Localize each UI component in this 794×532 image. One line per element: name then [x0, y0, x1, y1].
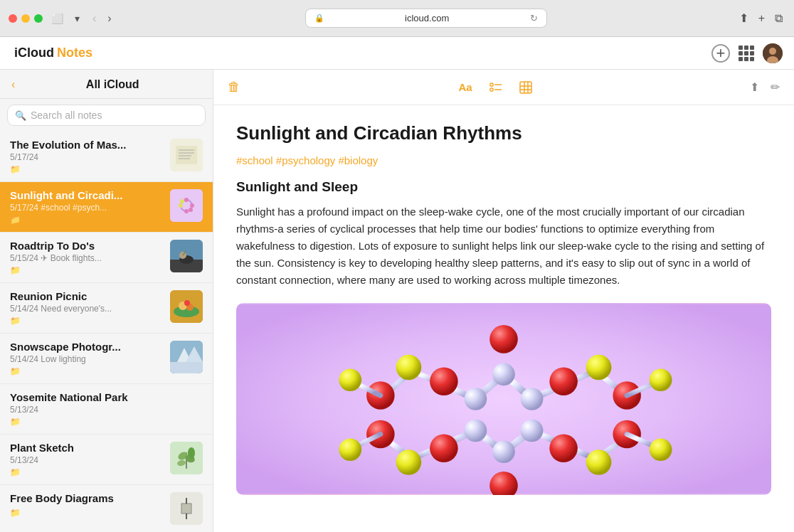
back-button[interactable]: ‹ [88, 9, 100, 28]
svg-point-75 [521, 420, 544, 442]
svg-rect-38 [181, 504, 191, 514]
note-item-freebody[interactable]: Free Body Diagrams 📁 [0, 485, 213, 532]
note-item-roadtrip[interactable]: Roadtrip To Do's 5/15/24 ✈ Book flights.… [0, 233, 213, 283]
share-note-button[interactable]: ⬆ [747, 78, 762, 97]
svg-point-84 [396, 449, 422, 475]
svg-point-14 [190, 203, 194, 208]
note-item-picnic[interactable]: Reunion Picnic 5/14/24 Need everyone's..… [0, 283, 213, 334]
app-logo: iCloud Notes [11, 46, 92, 60]
search-input[interactable] [31, 110, 198, 121]
add-note-button[interactable]: + [711, 44, 730, 63]
avatar[interactable] [763, 43, 783, 63]
grid-icon [739, 46, 754, 61]
note-image [236, 303, 771, 495]
svg-rect-45 [520, 82, 531, 93]
toolbar-left: 🗑 [225, 77, 243, 97]
svg-point-36 [188, 447, 195, 459]
toolbar-right: ⬆ ✏ [747, 78, 783, 97]
browser-nav: ‹ › [88, 9, 116, 28]
sidebar-toggle-button[interactable]: ⬜ [48, 10, 66, 27]
note-body: Sunlight has a profound impact on the sl… [236, 203, 771, 289]
svg-rect-4 [176, 146, 197, 164]
note-thumbnail [170, 492, 203, 525]
note-title: Yosemite National Park [10, 391, 203, 403]
new-tab-button[interactable]: + [756, 9, 768, 28]
forward-button[interactable]: › [103, 9, 115, 28]
svg-rect-28 [170, 362, 203, 373]
note-subheading: Sunlight and Sleep [236, 179, 771, 195]
note-item-sunlight[interactable]: Sunlight and Circadi... 5/17/24 #school … [0, 182, 213, 233]
address-bar-wrap: 🔒 icloud.com ↻ [122, 9, 731, 28]
svg-point-97 [650, 369, 672, 392]
note-title: Free Body Diagrams [10, 492, 163, 504]
share-browser-button[interactable]: ⬆ [736, 9, 751, 28]
svg-rect-9 [170, 189, 203, 222]
note-title: Snowscape Photogr... [10, 341, 163, 353]
folder-icon: 📁 [10, 265, 163, 275]
svg-point-74 [465, 420, 487, 442]
edit-note-button[interactable]: ✏ [768, 78, 783, 97]
svg-point-79 [430, 435, 458, 463]
svg-rect-41 [490, 83, 493, 86]
note-meta: 5/14/24 Need everyone's... [10, 304, 163, 314]
svg-point-72 [465, 388, 487, 410]
note-info: Plant Sketch 5/13/24 📁 [10, 442, 163, 477]
search-bar: 🔍 [0, 99, 213, 132]
app-layout: iCloud Notes + [0, 37, 794, 532]
traffic-lights [9, 14, 43, 23]
svg-point-80 [549, 368, 578, 396]
note-title: Sunlight and Circadi... [10, 189, 163, 201]
folder-icon: 📁 [10, 316, 163, 326]
sidebar-header: ‹ All iCloud [0, 70, 213, 99]
svg-point-76 [492, 441, 515, 464]
minimize-button[interactable] [21, 14, 30, 23]
url-text: icloud.com [329, 13, 526, 23]
maximize-button[interactable] [34, 14, 43, 23]
note-info: Yosemite National Park 5/13/24 📁 [10, 391, 203, 427]
note-info: Roadtrip To Do's 5/15/24 ✈ Book flights.… [10, 240, 163, 275]
svg-point-1 [769, 48, 776, 55]
lock-icon: 🔒 [314, 14, 324, 23]
svg-point-13 [179, 203, 183, 208]
checklist-button[interactable] [487, 78, 505, 97]
note-item-evolution[interactable]: The Evolution of Mas... 5/17/24 📁 [0, 132, 213, 182]
folder-icon: 📁 [10, 417, 203, 427]
svg-point-15 [180, 199, 184, 203]
note-meta: 5/13/24 [10, 455, 163, 465]
svg-point-94 [339, 439, 361, 462]
svg-point-26 [184, 300, 190, 306]
refresh-icon[interactable]: ↻ [530, 13, 538, 23]
molecule-illustration [236, 303, 771, 495]
note-item-plant[interactable]: Plant Sketch 5/13/24 📁 [0, 435, 213, 485]
back-button[interactable]: ‹ [10, 77, 16, 92]
toolbar-center: Aa [243, 78, 747, 97]
note-info: Snowscape Photogr... 5/14/24 Low lightin… [10, 341, 163, 376]
grid-menu-button[interactable] [739, 46, 754, 61]
sidebar-chevron-button[interactable]: ▾ [72, 10, 83, 27]
note-info: The Evolution of Mas... 5/17/24 📁 [10, 139, 163, 174]
note-meta: 5/17/24 #school #psych... [10, 203, 163, 213]
note-thumbnail [170, 139, 203, 171]
note-item-yosemite[interactable]: Yosemite National Park 5/13/24 📁 [0, 384, 213, 435]
close-button[interactable] [9, 14, 17, 23]
note-thumbnail [170, 341, 203, 373]
address-bar[interactable]: 🔒 icloud.com ↻ [305, 9, 547, 28]
svg-rect-43 [490, 88, 493, 91]
svg-point-98 [650, 439, 672, 462]
note-item-snowscape[interactable]: Snowscape Photogr... 5/14/24 Low lightin… [0, 334, 213, 384]
format-text-button[interactable]: Aa [455, 78, 475, 97]
sidebar: ‹ All iCloud 🔍 The Evolution of Mas... 5… [0, 70, 213, 532]
note-heading: Sunlight and Circadian Rhythms [236, 122, 771, 144]
notes-text: Notes [57, 46, 92, 60]
search-input-wrap[interactable]: 🔍 [7, 105, 206, 126]
table-button[interactable] [517, 78, 535, 97]
folder-icon: 📁 [10, 366, 163, 376]
note-meta: 5/13/24 [10, 405, 203, 415]
main-content: ‹ All iCloud 🔍 The Evolution of Mas... 5… [0, 70, 794, 532]
delete-button[interactable]: 🗑 [225, 77, 243, 97]
tabs-overview-button[interactable]: ⧉ [772, 9, 785, 28]
browser-actions: ⬆ + ⧉ [736, 9, 785, 28]
app-header: iCloud Notes + [0, 37, 794, 70]
svg-point-81 [549, 435, 578, 463]
svg-point-77 [489, 325, 518, 353]
